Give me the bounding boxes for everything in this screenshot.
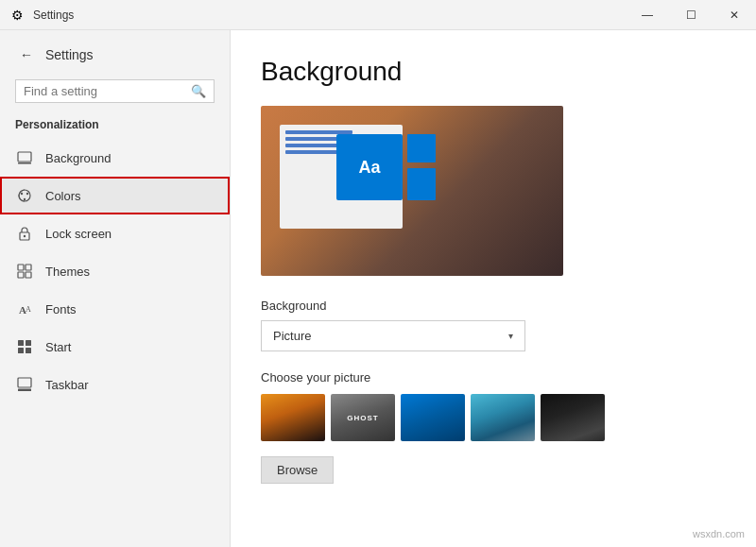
personalization-section-label: Personalization	[0, 114, 230, 139]
svg-rect-17	[26, 348, 31, 353]
sidebar-item-taskbar-label: Taskbar	[45, 378, 89, 392]
preview-tile-sub2	[407, 168, 436, 200]
svg-rect-8	[18, 265, 24, 270]
picture-thumb-2[interactable]	[331, 394, 395, 441]
search-icon: 🔍	[191, 84, 206, 98]
maximize-button[interactable]: ☐	[669, 0, 713, 30]
app-body: ← Settings 🔍 Personalization Background	[0, 30, 756, 547]
svg-point-4	[26, 193, 28, 195]
taskbar-icon	[15, 375, 34, 394]
sidebar-item-background[interactable]: Background	[0, 139, 230, 177]
svg-rect-18	[18, 378, 31, 387]
svg-rect-11	[26, 272, 31, 278]
sidebar: ← Settings 🔍 Personalization Background	[0, 30, 231, 547]
background-icon	[15, 148, 34, 167]
sidebar-item-start-label: Start	[45, 340, 71, 354]
sidebar-item-lock-screen-label: Lock screen	[45, 227, 112, 241]
themes-icon	[15, 262, 34, 281]
watermark: wsxdn.com	[693, 528, 745, 539]
sidebar-item-themes-label: Themes	[45, 265, 90, 279]
lock-icon	[15, 224, 34, 243]
search-input[interactable]	[24, 84, 185, 98]
browse-button[interactable]: Browse	[261, 456, 334, 484]
background-label: Background	[261, 299, 726, 313]
svg-rect-16	[18, 348, 24, 353]
page-title: Background	[261, 57, 726, 87]
picture-thumb-3[interactable]	[401, 394, 465, 441]
sidebar-item-colors[interactable]: Colors	[0, 177, 230, 214]
preview-aa-text: Aa	[358, 158, 380, 178]
svg-point-7	[24, 235, 26, 237]
chevron-down-icon: ▾	[508, 331, 513, 341]
background-preview: Aa	[261, 106, 563, 276]
picture-thumb-4[interactable]	[471, 394, 535, 441]
background-dropdown-container: Picture ▾	[261, 320, 525, 351]
sidebar-item-fonts[interactable]: A A Fonts	[0, 290, 230, 328]
sidebar-item-themes[interactable]: Themes	[0, 252, 230, 290]
preview-line-3	[285, 144, 341, 147]
main-content: Background Aa Background Picture ▾	[231, 30, 756, 547]
sidebar-item-background-label: Background	[45, 151, 111, 165]
svg-rect-0	[18, 152, 31, 162]
close-button[interactable]: ✕	[713, 0, 756, 30]
title-bar-left: ⚙ Settings	[11, 8, 74, 23]
app-icon: ⚙	[11, 8, 24, 23]
minimize-button[interactable]: —	[626, 0, 669, 30]
picture-thumb-5[interactable]	[541, 394, 605, 441]
sidebar-item-start[interactable]: Start	[0, 328, 230, 366]
svg-point-3	[21, 193, 23, 195]
background-dropdown[interactable]: Picture ▾	[261, 320, 525, 351]
svg-rect-10	[18, 272, 24, 278]
sidebar-item-fonts-label: Fonts	[45, 302, 77, 316]
title-bar-controls: — ☐ ✕	[626, 0, 756, 29]
title-bar-title: Settings	[33, 9, 74, 22]
fonts-icon: A A	[15, 299, 34, 318]
dropdown-value: Picture	[273, 329, 311, 343]
start-icon	[15, 337, 34, 356]
back-button[interactable]: ←	[15, 43, 38, 66]
svg-rect-14	[18, 340, 24, 346]
preview-tile-sub	[407, 134, 436, 162]
preview-tile-main: Aa	[336, 134, 403, 200]
svg-rect-15	[26, 340, 31, 346]
picture-thumb-1[interactable]	[261, 394, 325, 441]
sidebar-item-colors-label: Colors	[45, 189, 81, 203]
picture-grid	[261, 394, 726, 441]
svg-rect-9	[26, 265, 31, 270]
sidebar-app-title: Settings	[45, 47, 94, 62]
sidebar-header: ← Settings	[0, 38, 230, 76]
svg-text:A: A	[26, 305, 31, 314]
sidebar-item-taskbar[interactable]: Taskbar	[0, 366, 230, 403]
colors-icon	[15, 186, 34, 205]
title-bar: ⚙ Settings — ☐ ✕	[0, 0, 756, 30]
sidebar-item-lock-screen[interactable]: Lock screen	[0, 214, 230, 252]
svg-rect-19	[18, 389, 31, 392]
search-box[interactable]: 🔍	[15, 79, 215, 103]
choose-picture-label: Choose your picture	[261, 370, 726, 385]
svg-rect-1	[18, 162, 31, 164]
svg-point-5	[24, 198, 26, 200]
